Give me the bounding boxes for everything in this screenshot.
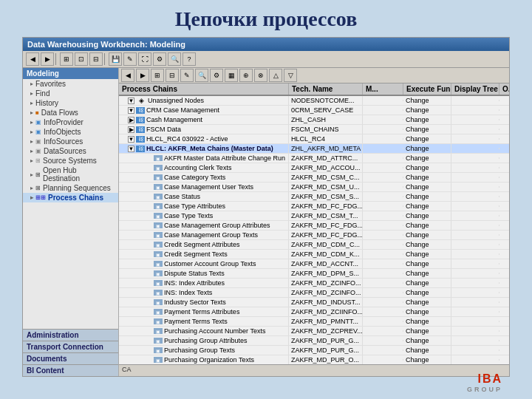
col-mode	[363, 292, 403, 293]
table-row[interactable]: ▣Customer Account Group Texts ZAKFR_MD_A…	[119, 259, 509, 269]
table-body: ▼◈Unassigned Nodes NODESNOTCOME... Chang…	[119, 96, 509, 364]
sidebar-item-open-hub[interactable]: ▸ ⊞ Open Hub Destination	[23, 166, 118, 183]
expand-icon[interactable]: ▼	[128, 136, 134, 143]
col-name: ▣Industry Sector Texts	[119, 298, 289, 307]
sidebar-item-infoprovider[interactable]: ▸ ▣ InfoProvider	[23, 117, 118, 127]
col-name: ▣Purchasing Account Number Texts	[119, 327, 289, 335]
table-row[interactable]: ▣INS: Index Attributes ZAKFR_MD_ZCINFO..…	[119, 279, 509, 288]
table-row[interactable]: ▣Credit Segment Texts ZAKFR_MD_CDM_K... …	[119, 250, 509, 259]
sidebar-item-history[interactable]: ▸ History	[23, 98, 118, 108]
toolbar-btn-7[interactable]: ✎	[123, 52, 137, 66]
expand-icon[interactable]: ▶	[128, 126, 134, 133]
col-disp	[451, 157, 499, 159]
table-row[interactable]: ▣Accounting Clerk Texts ZAKFR_MD_ACCOU..…	[119, 163, 509, 173]
row-label: Case Management User Texts	[164, 183, 253, 191]
table-row[interactable]: ▼⛓CRM Case Management 0CRM_SERV_CASE Cha…	[119, 106, 509, 115]
sidebar-item-datasources[interactable]: ▸ ▣ DataSources	[23, 146, 118, 156]
table-row[interactable]: ▣Dispute Status Texts ZAKFR_MD_DPM_S... …	[119, 269, 509, 279]
col-exec: Change	[403, 154, 451, 163]
toolbar-btn-10[interactable]: 🔍	[168, 52, 181, 66]
col-exec: Change	[403, 221, 451, 230]
toolbar-btn-2[interactable]: ▶	[41, 52, 54, 66]
right-tb-4[interactable]: ⊟	[166, 69, 179, 82]
open-hub-label: Open Hub Destination	[43, 166, 115, 183]
sidebar-item-infoobjects[interactable]: ▸ ▣ InfoObjects	[23, 127, 118, 137]
table-row[interactable]: ▣Case Type Attributes ZAKFR_MD_FC_FDG...…	[119, 202, 509, 211]
col-header-exec: Execute Func...	[403, 83, 451, 95]
table-row[interactable]: ▣Purchasing Group Attributes ZAKFR_MD_PU…	[119, 336, 509, 346]
sidebar-item-dataflows[interactable]: ▸ ■ Data Flows	[23, 108, 118, 117]
table-row[interactable]: ▶⛓Cash Management ZHL_CASH Change	[119, 115, 509, 125]
col-tech: ZAKFR_MD_PUR_G...	[289, 346, 363, 355]
sidebar-item-infosources[interactable]: ▸ ▣ InfoSources	[23, 137, 118, 146]
toolbar-btn-5[interactable]: ⊟	[89, 52, 103, 66]
sidebar-item-favorites[interactable]: ▸ Favorites	[23, 79, 118, 89]
toolbar-btn-3[interactable]: ⊞	[60, 52, 73, 66]
toolbar-btn-6[interactable]: 💾	[109, 52, 122, 66]
table-row[interactable]: ▣Case Type Texts ZAKFR_MD_CSM_T... Chang…	[119, 211, 509, 221]
sidebar-section-transport[interactable]: Transport Connection	[23, 341, 118, 352]
expand-icon[interactable]: ▼	[128, 146, 134, 152]
right-tb-2[interactable]: ▶	[136, 69, 149, 82]
table-row[interactable]: ▣Purchasing Account Number Texts ZAKFR_M…	[119, 327, 509, 336]
table-row[interactable]: ▣AKFR Master Data Attribute Change Run Z…	[119, 154, 509, 163]
col-obj	[499, 138, 509, 140]
right-toolbar: ◀ ▶ ⊞ ⊟ ✎ 🔍 ⚙ ▦ ⊕ ⊗ △ ▽	[119, 68, 509, 83]
sidebar-item-process-chains[interactable]: ▸ ⊞⊞ Process Chains	[23, 193, 118, 202]
table-row[interactable]: ▣Case Management User Texts ZAKFR_MD_CSM…	[119, 183, 509, 192]
right-tb-11[interactable]: △	[269, 69, 282, 82]
expand-icon[interactable]: ▼	[128, 98, 134, 104]
expand-icon[interactable]: ▶	[128, 117, 134, 123]
toolbar-btn-4[interactable]: ⊡	[75, 52, 88, 66]
dataflows-label: Data Flows	[41, 109, 78, 117]
table-row[interactable]: ▣Credit Segment Attributes ZAKFR_MD_CDM_…	[119, 240, 509, 250]
right-tb-12[interactable]: ▽	[284, 69, 297, 82]
table-row[interactable]: ▼⛓HLCL: AKFR_Meta Chains (Master Data) Z…	[119, 144, 509, 154]
sidebar-section-administration[interactable]: Administration	[23, 329, 118, 341]
right-tb-1[interactable]: ◀	[121, 69, 134, 82]
sidebar-section-documents[interactable]: Documents	[23, 352, 118, 364]
table-row[interactable]: ▣Purchasing Group Texts ZAKFR_MD_PUR_G..…	[119, 346, 509, 355]
col-obj	[499, 340, 509, 341]
chain-icon: ⛓	[136, 107, 145, 114]
process-icon: ▣	[154, 174, 163, 180]
table-row[interactable]: ▣Payment Terms Attributes ZAKFR_MD_ZCIIN…	[119, 307, 509, 317]
col-mode	[363, 186, 403, 188]
right-tb-5[interactable]: ✎	[180, 69, 194, 82]
row-label: INS: Index Attributes	[164, 279, 225, 287]
table-row[interactable]: ▣INS: Index Texts ZAKFR_MD_ZCINFO... Cha…	[119, 288, 509, 298]
chain-icon: ⊞⊞	[35, 194, 46, 201]
table-row[interactable]: ▣Industry Sector Texts ZAKFR_MD_INDUST..…	[119, 298, 509, 307]
table-row[interactable]: ▣Case Management Group Texts ZAKFR_MD_FC…	[119, 231, 509, 240]
toolbar-btn-11[interactable]: ?	[183, 52, 196, 66]
table-row[interactable]: ▼◈Unassigned Nodes NODESNOTCOME... Chang…	[119, 96, 509, 106]
col-disp	[451, 100, 499, 101]
right-tb-3[interactable]: ⊞	[151, 69, 164, 82]
table-row[interactable]: ▣Case Status ZAKFR_MD_CSM_S... Change Pr…	[119, 192, 509, 202]
expand-icon[interactable]: ▼	[128, 107, 134, 114]
right-tb-7[interactable]: ⚙	[210, 69, 223, 82]
col-mode	[363, 359, 403, 361]
col-name: ▣INS: Index Attributes	[119, 279, 289, 287]
toolbar-btn-9[interactable]: ⚙	[153, 52, 166, 66]
right-tb-6[interactable]: 🔍	[195, 69, 208, 82]
right-tb-10[interactable]: ⊗	[254, 69, 267, 82]
process-icon: ▣	[154, 194, 163, 200]
right-tb-8[interactable]: ▦	[225, 69, 238, 82]
table-row[interactable]: ▣Case Category Texts ZAKFR_MD_CSM_C... C…	[119, 173, 509, 183]
right-tb-9[interactable]: ⊕	[239, 69, 253, 82]
sidebar-section-bi-content[interactable]: BI Content	[23, 364, 118, 376]
toolbar-btn-1[interactable]: ◀	[26, 52, 39, 66]
col-name: ▣Case Status	[119, 192, 289, 201]
col-tech: ZAKFR_MD_ZCINFO...	[289, 279, 363, 287]
sidebar-item-planning[interactable]: ▸ ⊞ Planning Sequences	[23, 183, 118, 193]
col-tech: ZAKFR_MD_DPM_S...	[289, 269, 363, 278]
toolbar-btn-8[interactable]: ⛶	[138, 52, 151, 66]
sidebar-item-find[interactable]: ▸ Find	[23, 89, 118, 98]
table-row[interactable]: ▣Payment Terms Texts ZAKFR_MD_PMNTT... C…	[119, 317, 509, 327]
table-row[interactable]: ▣Purchasing Organization Texts ZAKFR_MD_…	[119, 355, 509, 364]
table-row[interactable]: ▣Case Management Group Attributes ZAKFR_…	[119, 221, 509, 231]
table-row[interactable]: ▼⛓HLCL_RC4 030922 - Active HLCL_RC4 Chan…	[119, 134, 509, 144]
sidebar-item-source-systems[interactable]: ▸ ⊞ Source Systems	[23, 156, 118, 166]
table-row[interactable]: ▶⛓FSCM Data FSCM_CHAINS Change	[119, 125, 509, 134]
